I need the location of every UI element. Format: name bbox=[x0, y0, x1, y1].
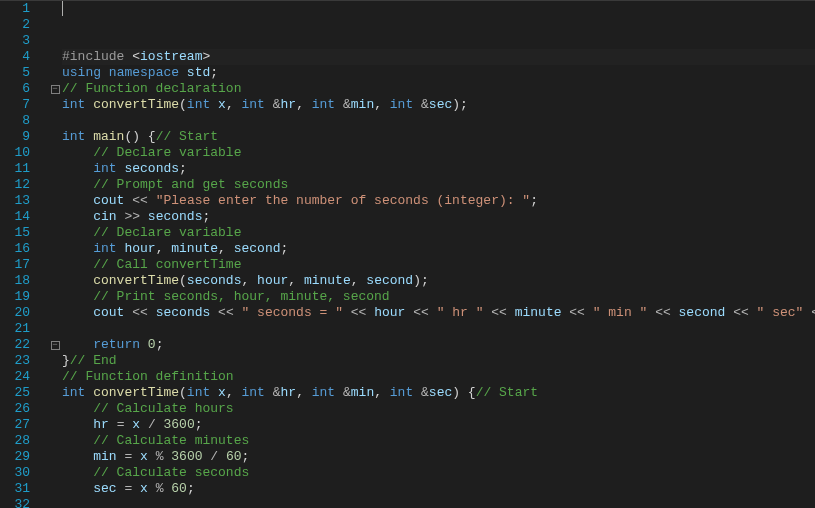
token-pn: ; bbox=[530, 193, 538, 208]
token-op: / bbox=[210, 449, 218, 464]
fold-cell bbox=[48, 241, 62, 257]
code-line[interactable]: }// End bbox=[62, 353, 815, 369]
token-pn bbox=[148, 305, 156, 320]
fold-minus-icon[interactable]: − bbox=[51, 341, 60, 350]
line-number: 29 bbox=[0, 449, 30, 465]
token-pn bbox=[265, 385, 273, 400]
token-id: sec bbox=[429, 97, 452, 112]
code-line[interactable]: #include <iostream> bbox=[62, 49, 815, 65]
code-line[interactable] bbox=[62, 113, 815, 129]
code-line[interactable]: // Declare variable bbox=[62, 225, 815, 241]
fold-cell bbox=[48, 497, 62, 508]
fold-cell bbox=[48, 161, 62, 177]
token-nu: 60 bbox=[171, 481, 187, 496]
code-line[interactable]: using namespace std; bbox=[62, 65, 815, 81]
code-editor[interactable]: 1234567891011121314151617181920212223242… bbox=[0, 1, 815, 508]
code-line[interactable]: int convertTime(int x, int &hr, int &min… bbox=[62, 97, 815, 113]
token-pn: ); bbox=[413, 273, 429, 288]
code-line[interactable]: // Declare variable bbox=[62, 145, 815, 161]
token-id: sec bbox=[93, 481, 116, 496]
token-pn: ( bbox=[179, 385, 187, 400]
line-number: 4 bbox=[0, 49, 30, 65]
code-line[interactable]: // Prompt and get seconds bbox=[62, 177, 815, 193]
token-pn: , bbox=[156, 241, 172, 256]
token-pn bbox=[343, 305, 351, 320]
token-pn: () { bbox=[124, 129, 155, 144]
token-op: % bbox=[156, 481, 164, 496]
token-pn: ; bbox=[195, 417, 203, 432]
code-line[interactable]: // Call convertTime bbox=[62, 257, 815, 273]
token-pn: , bbox=[218, 241, 234, 256]
text-cursor bbox=[62, 1, 63, 16]
fold-column[interactable]: −− bbox=[48, 1, 62, 508]
fold-cell[interactable]: − bbox=[48, 81, 62, 97]
code-line[interactable]: cout << seconds << " seconds = " << hour… bbox=[62, 305, 815, 321]
token-pn: ) { bbox=[452, 385, 475, 400]
line-number: 21 bbox=[0, 321, 30, 337]
code-line[interactable]: sec = x % 60; bbox=[62, 481, 815, 497]
fold-cell bbox=[48, 1, 62, 17]
code-line[interactable]: cin >> seconds; bbox=[62, 209, 815, 225]
token-st: " hr " bbox=[437, 305, 484, 320]
token-op: / bbox=[148, 417, 156, 432]
fold-cell bbox=[48, 129, 62, 145]
fold-cell bbox=[48, 401, 62, 417]
fold-minus-icon[interactable]: − bbox=[51, 85, 60, 94]
token-id: min bbox=[351, 385, 374, 400]
line-number: 27 bbox=[0, 417, 30, 433]
token-pn bbox=[413, 97, 421, 112]
token-pn: ; bbox=[156, 337, 164, 352]
line-number: 10 bbox=[0, 145, 30, 161]
token-fn: main bbox=[93, 129, 124, 144]
code-line[interactable]: // Calculate minutes bbox=[62, 433, 815, 449]
token-op: << bbox=[655, 305, 671, 320]
fold-cell bbox=[48, 113, 62, 129]
code-line[interactable]: int hour, minute, second; bbox=[62, 241, 815, 257]
code-line[interactable]: cout << "Please enter the number of seco… bbox=[62, 193, 815, 209]
code-line[interactable]: // Calculate hours bbox=[62, 401, 815, 417]
token-pn: ; bbox=[242, 449, 250, 464]
code-line[interactable]: int seconds; bbox=[62, 161, 815, 177]
code-line[interactable]: min = x % 3600 / 60; bbox=[62, 449, 815, 465]
code-line[interactable]: // Print seconds, hour, minute, second bbox=[62, 289, 815, 305]
fold-cell bbox=[48, 305, 62, 321]
token-id: seconds bbox=[148, 209, 203, 224]
code-line[interactable]: convertTime(seconds, hour, minute, secon… bbox=[62, 273, 815, 289]
line-number: 2 bbox=[0, 17, 30, 33]
token-st: " seconds = " bbox=[242, 305, 343, 320]
line-number: 6 bbox=[0, 81, 30, 97]
token-ty: int bbox=[93, 161, 116, 176]
code-line[interactable]: return 0; bbox=[62, 337, 815, 353]
token-pn: ; bbox=[281, 241, 289, 256]
token-pn: ; bbox=[210, 65, 218, 80]
token-pn bbox=[429, 305, 437, 320]
token-kw: return bbox=[93, 337, 140, 352]
fold-cell bbox=[48, 257, 62, 273]
code-line[interactable]: // Function definition bbox=[62, 369, 815, 385]
fold-cell bbox=[48, 385, 62, 401]
token-st: " sec" bbox=[757, 305, 804, 320]
code-line[interactable]: // Calculate seconds bbox=[62, 465, 815, 481]
token-kw: using bbox=[62, 65, 101, 80]
code-line[interactable] bbox=[62, 497, 815, 508]
code-line[interactable]: int main() {// Start bbox=[62, 129, 815, 145]
token-id: cout bbox=[93, 305, 124, 320]
token-p: #include bbox=[62, 49, 132, 64]
code-line[interactable]: // Function declaration bbox=[62, 81, 815, 97]
code-area[interactable]: #include <iostream>using namespace std;/… bbox=[62, 1, 815, 508]
token-ty: int bbox=[62, 129, 85, 144]
code-line[interactable]: hr = x / 3600; bbox=[62, 417, 815, 433]
token-cm: // Declare variable bbox=[93, 145, 241, 160]
token-op: << bbox=[132, 193, 148, 208]
token-pn: , bbox=[374, 385, 390, 400]
code-line[interactable]: int convertTime(int x, int &hr, int &min… bbox=[62, 385, 815, 401]
token-pn bbox=[335, 385, 343, 400]
token-id: iostream bbox=[140, 49, 202, 64]
fold-cell bbox=[48, 465, 62, 481]
line-number: 7 bbox=[0, 97, 30, 113]
code-line[interactable] bbox=[62, 321, 815, 337]
token-id: hr bbox=[281, 97, 297, 112]
token-pn: , bbox=[296, 385, 312, 400]
fold-cell[interactable]: − bbox=[48, 337, 62, 353]
token-pn bbox=[179, 65, 187, 80]
